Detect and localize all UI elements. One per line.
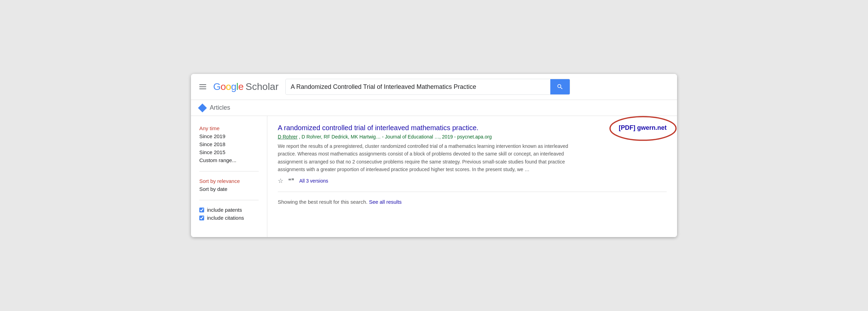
best-result-notice: Showing the best result for this search.… (278, 199, 667, 205)
result-pdf-section: [PDF] gwern.net (619, 123, 667, 185)
search-bar (285, 79, 570, 95)
checkbox-section: include patents include citations (199, 206, 259, 222)
google-scholar-logo: Google Scholar (213, 81, 278, 92)
see-all-results-link[interactable]: See all results (369, 199, 402, 205)
time-filter-section: Any time Since 2019 Since 2018 Since 201… (199, 124, 259, 164)
filter-custom-range[interactable]: Custom range... (199, 156, 259, 164)
pdf-download-link[interactable]: [PDF] gwern.net (619, 124, 667, 131)
header: Google Scholar (191, 74, 677, 100)
search-button[interactable] (550, 79, 570, 94)
content-area: Articles Any time Since 2019 Since 2018 … (191, 100, 677, 237)
filter-since-2019[interactable]: Since 2019 (199, 132, 259, 140)
result-author-link[interactable]: D Rohrer (278, 134, 298, 140)
cite-icon[interactable]: ❝❞ (288, 177, 294, 184)
sort-by-relevance[interactable]: Sort by relevance (199, 177, 259, 185)
sidebar-divider-1 (199, 171, 259, 171)
result-title-link[interactable]: A randomized controlled trial of interle… (278, 124, 478, 132)
filter-since-2018[interactable]: Since 2018 (199, 140, 259, 148)
sort-section: Sort by relevance Sort by date (199, 177, 259, 193)
articles-label: Articles (210, 104, 230, 111)
result-item: A randomized controlled trial of interle… (278, 123, 667, 192)
search-input[interactable] (286, 80, 550, 94)
sort-by-date[interactable]: Sort by date (199, 185, 259, 193)
include-patents-checkbox[interactable]: include patents (199, 206, 259, 214)
logo-scholar-text: Scholar (245, 81, 278, 92)
result-meta: D Rohrer , D Rohrer, RF Dedrick, MK Hart… (278, 134, 608, 140)
browser-window: Google Scholar Articles Any time (191, 74, 677, 237)
articles-bar: Articles (191, 100, 677, 116)
include-citations-checkbox[interactable]: include citations (199, 214, 259, 222)
logo-google-text: Google (213, 81, 243, 92)
result-meta-rest: , D Rohrer, RF Dedrick, MK Hartwig… - Jo… (299, 134, 492, 140)
pdf-circle-annotation: [PDF] gwern.net (619, 124, 667, 132)
filter-any-time[interactable]: Any time (199, 124, 259, 132)
all-versions-link[interactable]: All 3 versions (299, 178, 328, 184)
result-title: A randomized controlled trial of interle… (278, 123, 608, 133)
result-actions: ☆ ❝❞ All 3 versions (278, 177, 608, 185)
result-main: A randomized controlled trial of interle… (278, 123, 608, 185)
filter-since-2015[interactable]: Since 2015 (199, 148, 259, 156)
save-star-icon[interactable]: ☆ (278, 177, 283, 185)
search-icon (557, 83, 564, 90)
sidebar: Any time Since 2019 Since 2018 Since 201… (191, 116, 267, 237)
main-layout: Any time Since 2019 Since 2018 Since 201… (191, 116, 677, 237)
results-area: A randomized controlled trial of interle… (267, 116, 677, 237)
result-snippet: We report the results of a preregistered… (278, 142, 576, 174)
sidebar-divider-2 (199, 200, 259, 200)
articles-diamond-icon (198, 103, 207, 112)
hamburger-menu-button[interactable] (199, 84, 206, 89)
